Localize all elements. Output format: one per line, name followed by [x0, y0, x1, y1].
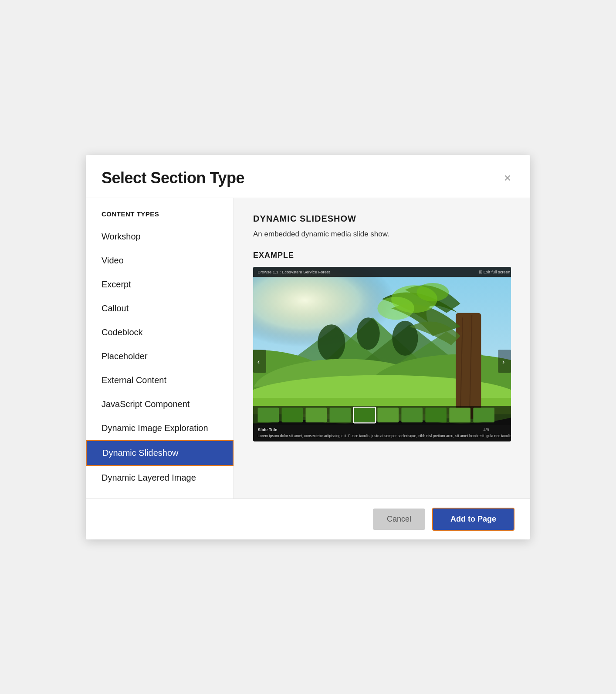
- content-panel: DYNAMIC SLIDESHOW An embedded dynamic me…: [234, 198, 530, 499]
- add-to-page-button[interactable]: Add to Page: [432, 508, 514, 531]
- sidebar-item-workshop[interactable]: Workshop: [86, 225, 234, 249]
- sidebar-item-video[interactable]: Video: [86, 249, 234, 273]
- select-section-modal: Select Section Type × CONTENT TYPES Work…: [86, 155, 530, 539]
- svg-point-6: [318, 324, 345, 361]
- sidebar-item-placeholder[interactable]: Placeholder: [86, 344, 234, 368]
- svg-text:4/9: 4/9: [484, 427, 489, 432]
- sidebar-item-excerpt[interactable]: Excerpt: [86, 273, 234, 296]
- modal-body: CONTENT TYPES Workshop Video Excerpt Cal…: [86, 198, 530, 499]
- svg-text:Slide Title: Slide Title: [258, 427, 278, 432]
- svg-rect-34: [377, 408, 399, 422]
- svg-rect-31: [306, 408, 327, 422]
- svg-rect-36: [425, 408, 447, 422]
- modal-title: Select Section Type: [102, 169, 244, 187]
- modal-header: Select Section Type ×: [86, 155, 530, 198]
- svg-text:›: ›: [502, 357, 505, 366]
- example-image-container: Browse 1.1 : Ecosystem Service Forest ⊞ …: [253, 267, 511, 442]
- svg-rect-30: [282, 408, 303, 422]
- svg-rect-38: [473, 408, 494, 422]
- content-type-description: An embedded dynamic media slide show.: [253, 230, 511, 239]
- sidebar-item-dynamic-layered-image[interactable]: Dynamic Layered Image: [86, 466, 234, 490]
- svg-point-7: [357, 317, 380, 350]
- svg-rect-29: [258, 408, 279, 422]
- modal-footer: Cancel Add to Page: [86, 499, 530, 539]
- sidebar: CONTENT TYPES Workshop Video Excerpt Cal…: [86, 198, 234, 499]
- sidebar-item-dynamic-slideshow[interactable]: Dynamic Slideshow: [86, 440, 234, 466]
- svg-text:Lorem ipsum dolor sit amet, co: Lorem ipsum dolor sit amet, consectetur …: [258, 434, 511, 438]
- slideshow-preview: Browse 1.1 : Ecosystem Service Forest ⊞ …: [253, 267, 511, 442]
- svg-rect-37: [449, 408, 470, 422]
- sidebar-item-callout[interactable]: Callout: [86, 296, 234, 320]
- sidebar-item-javascript-component[interactable]: JavaScript Component: [86, 392, 234, 416]
- svg-point-19: [377, 296, 414, 320]
- content-types-label: CONTENT TYPES: [86, 210, 234, 225]
- svg-rect-33: [353, 408, 375, 422]
- content-type-title: DYNAMIC SLIDESHOW: [253, 214, 511, 224]
- close-button[interactable]: ×: [501, 170, 514, 186]
- sidebar-item-dynamic-image-exploration[interactable]: Dynamic Image Exploration: [86, 416, 234, 440]
- svg-text:‹: ‹: [257, 357, 260, 366]
- svg-point-20: [416, 283, 449, 301]
- cancel-button[interactable]: Cancel: [373, 509, 425, 530]
- example-label: EXAMPLE: [253, 251, 511, 260]
- sidebar-item-external-content[interactable]: External Content: [86, 368, 234, 392]
- sidebar-item-codeblock[interactable]: Codeblock: [86, 320, 234, 344]
- svg-rect-32: [329, 408, 351, 422]
- svg-rect-15: [456, 313, 481, 418]
- svg-text:⊞ Exit full screen mode: ⊞ Exit full screen mode: [479, 269, 511, 274]
- svg-rect-35: [401, 408, 423, 422]
- svg-text:Browse 1.1 : Ecosystem Service: Browse 1.1 : Ecosystem Service Forest: [258, 269, 330, 274]
